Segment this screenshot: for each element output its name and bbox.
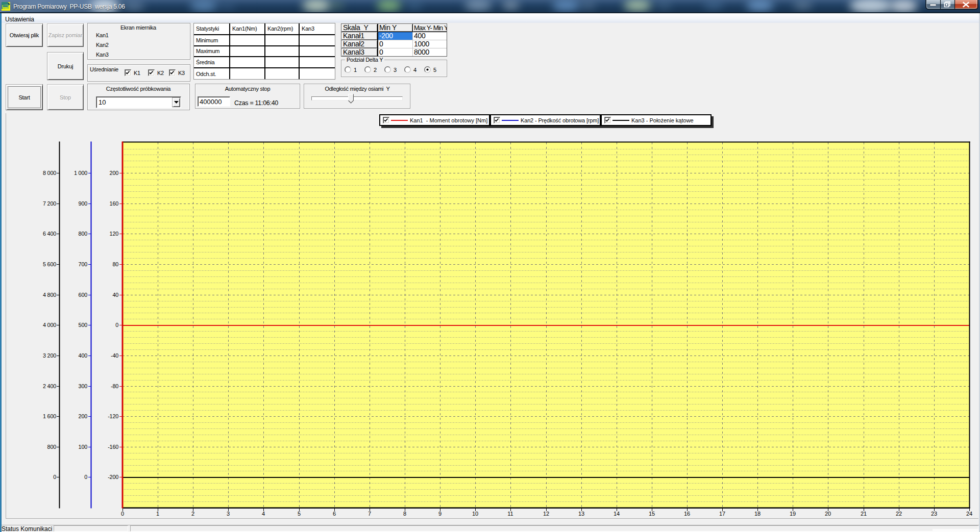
svg-text:5: 5 (298, 511, 301, 517)
svg-text:6 400: 6 400 (43, 231, 56, 237)
svg-text:0: 0 (115, 322, 118, 328)
svg-text:24: 24 (966, 511, 972, 517)
svg-text:200: 200 (110, 170, 119, 176)
svg-text:600: 600 (79, 292, 88, 298)
svg-text:2 400: 2 400 (43, 383, 56, 389)
svg-text:19: 19 (790, 511, 796, 517)
svg-text:4: 4 (262, 511, 265, 517)
svg-text:3: 3 (227, 511, 230, 517)
svg-text:11: 11 (507, 511, 513, 517)
svg-text:4 000: 4 000 (43, 322, 56, 328)
svg-text:100: 100 (79, 444, 88, 450)
svg-text:21: 21 (861, 511, 867, 517)
svg-text:18: 18 (754, 511, 761, 517)
svg-text:160: 160 (110, 200, 119, 207)
svg-text:13: 13 (578, 511, 584, 517)
svg-text:3 200: 3 200 (43, 352, 56, 359)
svg-text:4 800: 4 800 (43, 292, 56, 298)
svg-text:12: 12 (543, 511, 549, 517)
svg-text:300: 300 (79, 383, 88, 389)
svg-text:700: 700 (79, 261, 88, 267)
svg-text:9: 9 (438, 511, 442, 517)
svg-text:0: 0 (121, 511, 124, 517)
svg-text:5 600: 5 600 (43, 261, 56, 267)
svg-text:200: 200 (79, 413, 88, 419)
svg-text:7 200: 7 200 (43, 200, 56, 207)
svg-text:-80: -80 (111, 383, 118, 389)
svg-text:0: 0 (53, 474, 56, 480)
svg-text:1 000: 1 000 (74, 170, 87, 176)
svg-text:120: 120 (110, 231, 119, 237)
svg-text:23: 23 (931, 511, 937, 517)
svg-text:500: 500 (79, 322, 88, 328)
svg-text:8: 8 (403, 511, 406, 517)
svg-text:14: 14 (614, 511, 620, 517)
svg-text:2: 2 (191, 511, 194, 517)
svg-text:-120: -120 (108, 413, 118, 419)
svg-text:400: 400 (79, 352, 88, 359)
svg-text:1: 1 (156, 511, 159, 517)
svg-text:20: 20 (825, 511, 831, 517)
svg-text:10: 10 (472, 511, 478, 517)
svg-text:-160: -160 (108, 444, 118, 450)
svg-text:0: 0 (84, 474, 87, 480)
svg-text:16: 16 (684, 511, 690, 517)
svg-text:800: 800 (79, 231, 88, 237)
svg-text:22: 22 (896, 511, 902, 517)
svg-text:6: 6 (333, 511, 336, 517)
svg-text:15: 15 (649, 511, 655, 517)
svg-text:-200: -200 (108, 474, 118, 480)
svg-text:40: 40 (112, 292, 118, 298)
svg-text:800: 800 (47, 444, 57, 450)
svg-text:7: 7 (368, 511, 371, 517)
svg-text:17: 17 (719, 511, 725, 517)
svg-text:900: 900 (79, 200, 88, 207)
svg-text:8 000: 8 000 (43, 170, 56, 176)
svg-text:1 600: 1 600 (43, 413, 56, 419)
svg-text:-40: -40 (111, 352, 118, 359)
svg-text:80: 80 (112, 261, 118, 267)
